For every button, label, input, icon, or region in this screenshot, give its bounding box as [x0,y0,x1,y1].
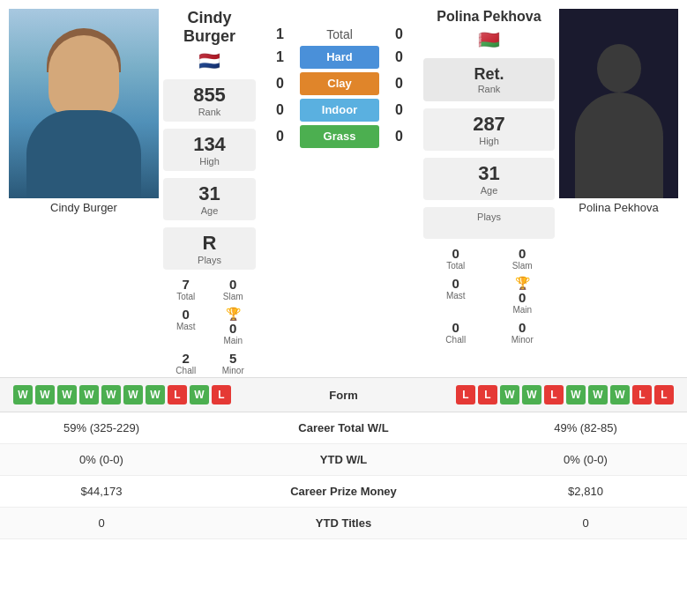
player2-form-badge-6: W [588,385,608,404]
player2-stats-col: Polina Pekhova 🇧🇾 Ret. Rank 287 High 31 … [419,9,559,377]
player1-form-badge-4: W [101,385,121,404]
player1-main: 0 [229,321,236,336]
player2-mast-label: Mast [425,291,487,301]
player2-high-value: 287 [428,113,550,136]
bottom-stats: 59% (325-229) Career Total W/L 49% (82-8… [0,412,687,539]
player1-main-label: Main [223,336,243,345]
player1-form-badge-6: W [146,385,165,404]
top-section: Cindy Burger Cindy Burger 🇳🇱 855 Rank 13… [0,0,687,377]
player2-minor-cell: 0 Minor [490,318,556,346]
stats-p1-val-2: $44,173 [13,485,190,498]
player1-main-cell: 🏆 0 Main [211,305,257,347]
player1-rank-label: Rank [168,107,251,117]
player2-age-box: 31 Age [423,158,555,200]
player2-total-cell: 0 Total [423,244,489,272]
player2-form-badge-1: L [478,385,497,404]
player1-mast-label: Mast [165,322,207,331]
hard-surface-btn: Hard [300,46,379,69]
player1-age-label: Age [168,205,251,216]
player2-slam-cell: 0 Slam [490,244,556,272]
stats-row-3: 0 YTD Titles 0 [0,508,687,539]
player1-flag: 🇳🇱 [198,50,220,71]
player2-age-label: Age [428,185,550,196]
player1-form-badge-0: W [13,385,33,404]
total-p1-score: 1 [269,26,291,42]
stats-p2-val-2: $2,810 [497,485,674,498]
player2-form-badge-8: L [632,385,652,404]
stats-label-0: Career Total W/L [190,421,497,434]
player2-minor-label: Minor [492,335,554,345]
player2-main: 0 [519,290,526,305]
player1-high-box: 134 High [163,129,256,171]
player1-form-badge-5: W [123,385,143,404]
player1-age-value: 31 [168,182,251,205]
stats-row-0: 59% (325-229) Career Total W/L 49% (82-8… [0,412,687,444]
player2-total: 0 [425,246,487,261]
player1-slam: 0 [213,277,255,292]
player1-plays-value: R [168,232,251,255]
stats-p1-val-0: 59% (325-229) [13,421,190,434]
player1-form-badge-7: L [168,385,187,404]
player1-age-box: 31 Age [163,178,256,220]
stats-p2-val-0: 49% (82-85) [497,421,674,434]
stats-p2-val-3: 0 [497,516,674,530]
player1-slam-cell: 0 Slam [211,275,257,303]
player1-chall-label: Chall [165,366,207,375]
player2-form-badge-2: W [500,385,519,404]
player2-trophy-icon: 🏆 [515,276,530,290]
player2-photo [559,9,678,198]
indoor-surface-btn: Indoor [300,99,379,122]
player1-rank-value: 855 [168,84,251,107]
player2-chall-cell: 0 Chall [423,318,489,346]
player1-rank-box: 855 Rank [163,79,256,122]
player1-minor: 5 [213,351,255,366]
player1-name-below: Cindy Burger [50,201,117,214]
total-label: Total [300,27,379,41]
main-container: Cindy Burger Cindy Burger 🇳🇱 855 Rank 13… [0,0,687,539]
player2-form-badge-9: L [654,385,674,404]
stats-p1-val-1: 0% (0-0) [13,453,190,466]
player1-detail-grid: 7 Total 0 Slam 0 Mast 🏆 0 Main 2 [163,275,256,377]
player2-minor: 0 [492,320,554,335]
clay-row: 0 Clay 0 [269,72,410,95]
stats-label-2: Career Prize Money [190,485,497,498]
stats-row-1: 0% (0-0) YTD W/L 0% (0-0) [0,444,687,476]
player1-chall-cell: 2 Chall [163,349,209,377]
player1-minor-cell: 5 Minor [211,349,257,377]
player1-total-cell: 7 Total [163,275,209,303]
player1-total-label: Total [165,292,207,301]
player2-slam: 0 [492,246,554,261]
player2-chall-label: Chall [425,335,487,345]
indoor-row: 0 Indoor 0 [269,99,410,122]
player2-form-badge-5: W [566,385,586,404]
form-section: WWWWWWWLWL Form LLWWLWWWLL [0,377,687,412]
player2-high-box: 287 High [423,108,555,151]
grass-row: 0 Grass 0 [269,125,410,148]
total-row: 1 Total 0 [269,26,410,42]
player2-form-badge-3: W [522,385,541,404]
player2-high-label: High [428,136,550,146]
grass-surface-btn: Grass [300,125,379,148]
player1-body [26,110,141,198]
player2-sil-body [575,93,663,198]
player1-photo-block: Cindy Burger [9,9,159,377]
player2-form-badge-4: L [544,385,564,404]
player2-photo-block: Polina Pekhova [559,9,678,377]
player2-sil-head [597,44,641,93]
hard-p2-score: 0 [388,49,410,65]
player1-chall: 2 [165,351,207,366]
player2-mast: 0 [425,276,487,291]
player2-rank-box: Ret. Rank [423,58,555,101]
player2-plays-label: Plays [428,212,550,222]
player1-form-badge-2: W [57,385,77,404]
stats-label-1: YTD W/L [190,453,497,466]
player2-main-cell: 🏆 0 Main [490,274,556,316]
total-p2-score: 0 [388,26,410,42]
player2-main-label: Main [512,305,532,315]
hard-row: 1 Hard 0 [269,46,410,69]
hard-p1-score: 1 [269,49,291,65]
player2-flag: 🇧🇾 [478,29,500,50]
player2-age-value: 31 [428,162,550,185]
player1-form-badge-9: L [212,385,231,404]
player1-plays-label: Plays [168,255,251,265]
